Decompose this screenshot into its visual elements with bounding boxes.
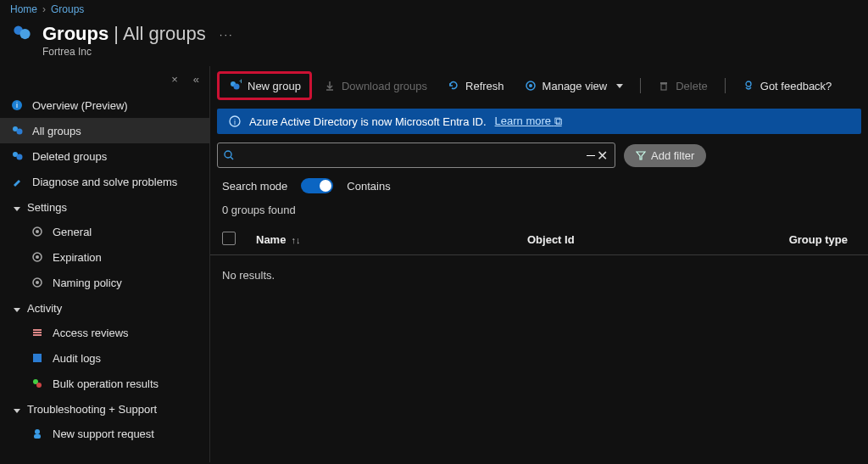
column-header-object-id[interactable]: Object Id (527, 233, 748, 246)
info-icon: i (229, 115, 241, 127)
toolbar-label: Got feedback? (760, 80, 832, 92)
svg-line-33 (231, 157, 233, 159)
main-content: + New group Download groups Refresh (210, 66, 868, 462)
svg-point-11 (36, 255, 39, 259)
filter-icon (636, 150, 646, 160)
new-group-button[interactable]: + New group (217, 71, 312, 100)
sidebar-item-label: Overview (Preview) (32, 99, 128, 112)
column-header-name[interactable]: Name ↑↓ (256, 233, 527, 246)
sidebar-section-support[interactable]: Troubleshooting + Support (0, 396, 209, 421)
result-count: 0 groups found (210, 198, 868, 225)
search-mode-toggle[interactable] (301, 178, 333, 193)
select-all-checkbox[interactable] (222, 232, 236, 245)
sidebar-item-label: Deleted groups (32, 150, 107, 163)
chevron-down-icon (616, 84, 623, 88)
sidebar-item-diagnose[interactable]: Diagnose and solve problems (0, 169, 209, 194)
sidebar-item-access-reviews[interactable]: Access reviews (0, 320, 209, 345)
info-banner: i Azure Active Directory is now Microsof… (217, 109, 861, 134)
sidebar-item-all-groups[interactable]: All groups (0, 118, 209, 143)
org-name: Fortrea Inc (0, 46, 868, 66)
svg-point-7 (17, 154, 23, 160)
sidebar-section-settings[interactable]: Settings (0, 194, 209, 219)
svg-point-32 (225, 151, 231, 158)
manage-view-button[interactable]: Manage view (516, 75, 632, 98)
toolbar: + New group Download groups Refresh (210, 66, 868, 105)
svg-rect-17 (33, 354, 42, 362)
refresh-icon (448, 80, 459, 92)
breadcrumb-current[interactable]: Groups (51, 3, 84, 15)
breadcrumb: Home › Groups (0, 0, 868, 19)
svg-point-20 (35, 429, 40, 434)
search-box[interactable]: ✕ (217, 143, 615, 168)
svg-rect-28 (660, 82, 667, 84)
svg-point-29 (746, 81, 751, 87)
chevron-right-icon: › (42, 3, 46, 15)
refresh-button[interactable]: Refresh (439, 75, 513, 98)
sidebar-item-label: New support request (53, 428, 154, 440)
banner-learn-more-link[interactable]: Learn more ⧉ (495, 115, 562, 128)
column-header-group-type[interactable]: Group type (748, 233, 856, 246)
search-mode-label: Search mode (222, 180, 287, 193)
add-filter-label: Add filter (651, 149, 694, 162)
search-icon (223, 149, 235, 161)
info-icon: i (10, 98, 24, 112)
sidebar-item-deleted-groups[interactable]: Deleted groups (0, 143, 209, 169)
svg-text:+: + (239, 79, 242, 86)
people-deleted-icon (10, 149, 24, 163)
separator (640, 78, 641, 93)
external-link-icon: ⧉ (554, 115, 562, 127)
sidebar-item-label: Audit logs (53, 352, 101, 365)
groups-icon (10, 22, 34, 46)
sidebar-item-new-support[interactable]: New support request (0, 421, 209, 446)
toolbar-label: New group (248, 80, 301, 92)
sidebar-item-label: Bulk operation results (53, 377, 159, 390)
chevron-down-icon (10, 403, 20, 416)
search-input[interactable] (235, 146, 583, 165)
sidebar-item-label: Naming policy (53, 277, 122, 289)
breadcrumb-home[interactable]: Home (10, 3, 37, 15)
feedback-button[interactable]: Got feedback? (734, 75, 841, 98)
clear-search-button[interactable]: ✕ (595, 148, 609, 164)
feedback-icon (743, 80, 754, 92)
list-icon (31, 326, 44, 339)
more-actions-button[interactable]: ··· (220, 28, 234, 41)
svg-point-13 (36, 281, 39, 284)
no-results-text: No results. (210, 255, 868, 295)
delete-button[interactable]: Delete (649, 75, 716, 98)
download-groups-button[interactable]: Download groups (315, 75, 436, 98)
sidebar-section-label: Activity (27, 302, 62, 315)
bulk-icon (31, 377, 44, 390)
toggle-knob (320, 180, 331, 192)
sidebar-item-overview[interactable]: i Overview (Preview) (0, 92, 209, 118)
sidebar-section-label: Settings (27, 201, 67, 214)
sidebar-section-label: Troubleshooting + Support (27, 403, 157, 416)
settings-icon (525, 80, 537, 92)
log-icon (31, 351, 44, 365)
svg-text:i: i (16, 101, 18, 109)
gear-icon (31, 250, 44, 264)
trash-icon (658, 80, 670, 92)
sidebar-section-activity[interactable]: Activity (0, 295, 209, 320)
svg-point-5 (17, 129, 23, 135)
sidebar-item-naming-policy[interactable]: Naming policy (0, 270, 209, 295)
sidebar-item-label: General (53, 226, 92, 238)
wrench-icon (10, 175, 24, 188)
gear-icon (31, 276, 44, 289)
add-filter-button[interactable]: Add filter (624, 144, 706, 167)
svg-point-9 (36, 230, 39, 233)
svg-rect-27 (661, 84, 666, 90)
download-icon (324, 80, 336, 92)
separator (725, 78, 726, 93)
sidebar-item-general[interactable]: General (0, 219, 209, 244)
svg-rect-15 (33, 332, 42, 333)
sidebar-item-expiration[interactable]: Expiration (0, 244, 209, 270)
svg-text:i: i (234, 118, 236, 126)
sidebar-item-label: Access reviews (53, 327, 129, 339)
sidebar-item-label: Expiration (53, 251, 102, 264)
collapse-icon[interactable]: « (193, 73, 199, 86)
page-header: Groups | All groups ··· (0, 19, 868, 46)
sidebar-item-audit-logs[interactable]: Audit logs (0, 345, 209, 371)
close-icon[interactable]: × (171, 73, 178, 86)
sidebar-item-bulk-results[interactable]: Bulk operation results (0, 371, 209, 396)
svg-rect-16 (33, 334, 42, 336)
